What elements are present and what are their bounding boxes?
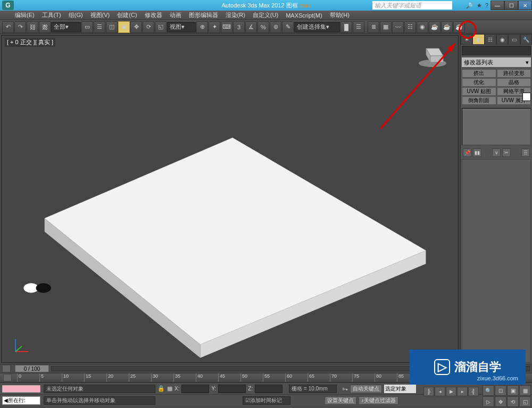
select-region-button[interactable]: ◫ xyxy=(106,21,118,33)
graphite-button[interactable]: ▦ xyxy=(380,21,392,33)
tab-motion[interactable]: ◉ xyxy=(496,34,508,45)
viewport[interactable]: [ + 0 正交 ][ 真实 ] xyxy=(1,35,459,363)
select-scale-button[interactable]: ◱ xyxy=(155,21,167,33)
menu-group[interactable]: 组(G) xyxy=(69,11,83,19)
mod-pathdeform[interactable]: 路径变形 xyxy=(497,69,531,78)
selected-keys-dropdown[interactable]: 选定对象 xyxy=(384,385,416,393)
mini-track-1[interactable] xyxy=(2,385,40,393)
mirror-button[interactable]: ▐▌ xyxy=(340,21,352,33)
show-end-result-button[interactable]: ▮▮ xyxy=(473,148,481,157)
maximize-viewport-button[interactable]: ◱ xyxy=(519,396,531,407)
rollout-area[interactable] xyxy=(462,159,531,363)
add-time-tag-button[interactable]: ☑ 添加时间标记 xyxy=(243,396,290,405)
minimize-button[interactable]: — xyxy=(491,1,504,10)
select-rotate-button[interactable]: ⟳ xyxy=(143,21,154,33)
mod-optimize[interactable]: 优化 xyxy=(462,78,496,87)
script-line-field[interactable]: ◀ 所在行: xyxy=(2,396,40,405)
track-toggle[interactable] xyxy=(3,374,12,381)
modifier-stack[interactable] xyxy=(462,108,531,145)
pin-stack-button[interactable]: 📌 xyxy=(463,148,471,157)
select-move-button[interactable]: ✥ xyxy=(130,21,142,33)
app-menu-icon[interactable]: G xyxy=(2,1,14,10)
x-input[interactable] xyxy=(181,385,209,393)
help-search-input[interactable]: 输入关键字或短语 xyxy=(372,1,452,10)
mod-extrude[interactable]: 挤出 xyxy=(462,69,496,78)
select-object-button[interactable]: ▭ xyxy=(81,21,93,33)
pan-button[interactable]: ✥ xyxy=(495,396,506,407)
mod-lattice[interactable]: 晶格 xyxy=(497,78,531,87)
search-go-icon[interactable]: 🔎 xyxy=(466,2,473,9)
material-editor-button[interactable]: ◉ xyxy=(417,21,428,33)
window-crossing-button[interactable]: ▣ xyxy=(118,21,130,33)
redo-button[interactable]: ↷ xyxy=(14,21,26,33)
tab-utilities[interactable]: 🔧 xyxy=(520,34,532,45)
named-selection-sets[interactable]: 创建选择集 ▾ xyxy=(294,22,340,32)
auto-key-button[interactable]: 自动关键点 xyxy=(350,385,382,393)
schematic-view-button[interactable]: ☷ xyxy=(404,21,416,33)
undo-button[interactable]: ↶ xyxy=(2,21,14,33)
menu-render[interactable]: 渲染(R) xyxy=(226,11,245,19)
goto-end-button[interactable]: ╣ xyxy=(468,387,479,396)
menu-view[interactable]: 视图(V) xyxy=(90,11,110,19)
edit-selection-set-button[interactable]: ✎ xyxy=(282,21,294,33)
unlink-button[interactable]: ⛓̸ xyxy=(39,21,51,33)
viewcube-icon[interactable] xyxy=(417,41,448,69)
remove-modifier-button[interactable]: ✂ xyxy=(502,148,511,157)
tab-hierarchy[interactable]: ☷ xyxy=(485,34,496,45)
render-button[interactable]: ☕ xyxy=(453,21,465,33)
manipulate-button[interactable]: ✦ xyxy=(209,21,220,33)
goto-start-button[interactable]: ╠ xyxy=(423,387,434,396)
y-input[interactable] xyxy=(218,385,246,393)
prev-frame-button[interactable]: ◂ xyxy=(435,387,445,396)
set-key-button[interactable]: 设置关键点 xyxy=(325,396,356,405)
spinner-snap-button[interactable]: ⊚ xyxy=(270,21,281,33)
object-name-field[interactable] xyxy=(462,46,531,55)
menu-modifier[interactable]: 修改器 xyxy=(145,11,162,19)
z-input[interactable] xyxy=(255,385,282,393)
menu-create[interactable]: 创建(C) xyxy=(117,11,137,19)
fov-button[interactable]: ▷ xyxy=(483,396,494,407)
orbit-button[interactable]: ⟲ xyxy=(507,396,519,407)
tab-display[interactable]: ▭ xyxy=(508,34,520,45)
help-icon[interactable]: ? xyxy=(485,2,488,9)
configure-sets-button[interactable]: ☰ xyxy=(521,148,530,157)
menu-tools[interactable]: 工具(T) xyxy=(42,11,61,19)
percent-snap-button[interactable]: % xyxy=(257,21,269,33)
render-frame-button[interactable]: ☕ xyxy=(441,21,453,33)
angle-snap-button[interactable]: ∡ xyxy=(245,21,257,33)
tab-modify[interactable]: ◐ xyxy=(472,34,484,45)
info-center[interactable]: 🔎 ★ ? xyxy=(466,2,488,9)
align-button[interactable]: ☰ xyxy=(353,21,364,33)
favorite-icon[interactable]: ★ xyxy=(477,2,482,9)
zoom-button[interactable]: 🔍 xyxy=(483,385,494,396)
select-name-button[interactable]: ☰ xyxy=(94,21,105,33)
ref-coord-select[interactable]: 视图 ▾ xyxy=(167,22,196,32)
zoom-extents-button[interactable]: ▣ xyxy=(507,385,519,396)
lock-icon[interactable]: 🔒 xyxy=(157,385,165,392)
mod-bevel[interactable]: 倒角剖面 xyxy=(462,96,496,105)
zoom-extents-all-button[interactable]: ▦ xyxy=(519,385,531,396)
pivot-center-button[interactable]: ⊕ xyxy=(196,21,208,33)
menu-custom[interactable]: 自定义(U) xyxy=(253,11,278,19)
curve-editor-button[interactable]: 〰 xyxy=(392,21,404,33)
tab-create[interactable]: ☀ xyxy=(461,34,472,45)
snap-toggle-button[interactable]: 3 xyxy=(233,21,245,33)
maximize-button[interactable]: ☐ xyxy=(504,1,518,10)
key-lock-icon[interactable]: 🗝 xyxy=(342,386,348,392)
zoom-all-button[interactable]: ⊡ xyxy=(495,385,506,396)
next-frame-button[interactable]: ▸ xyxy=(457,387,468,396)
render-setup-button[interactable]: ☕ xyxy=(429,21,440,33)
selection-filter[interactable]: 全部 ▾ xyxy=(51,22,81,32)
iso-icon[interactable]: ▦ xyxy=(167,385,172,392)
menu-edit[interactable]: 编辑(E) xyxy=(15,11,35,19)
object-color-swatch[interactable] xyxy=(522,93,531,101)
menu-maxscript[interactable]: MAXScript(M) xyxy=(286,12,322,19)
keyboard-shortcut-button[interactable]: ⌨ xyxy=(221,21,232,33)
mod-uvwmap[interactable]: UVW 贴图 xyxy=(462,87,496,96)
key-filter-button[interactable]: ♪ 关键点过滤器 xyxy=(359,396,398,405)
menu-help[interactable]: 帮助(H) xyxy=(330,11,350,19)
link-button[interactable]: ⛓ xyxy=(27,21,38,33)
modifier-list-dropdown[interactable]: 修改器列表▾ xyxy=(462,57,531,67)
menu-graph[interactable]: 图形编辑器 xyxy=(189,11,218,19)
close-button[interactable]: ✕ xyxy=(518,1,532,10)
